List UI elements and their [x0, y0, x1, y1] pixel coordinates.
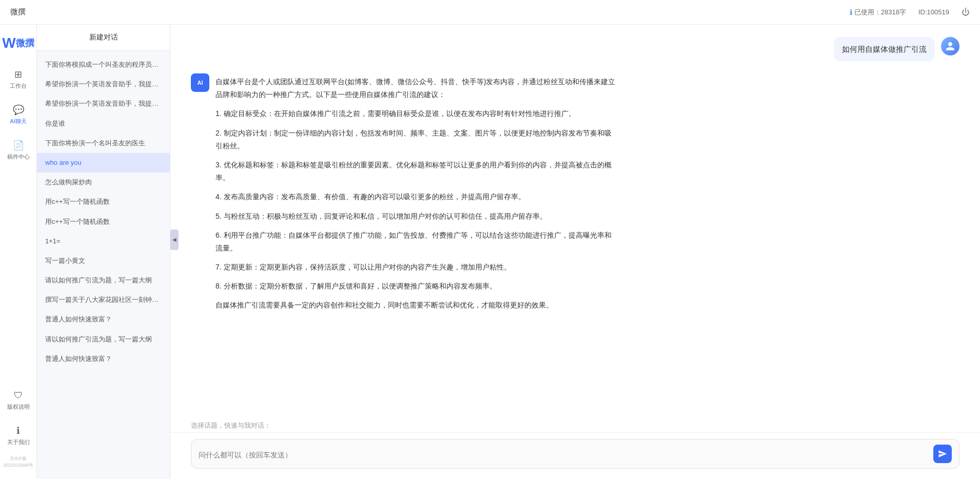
chat-main: 如何用自媒体做推广引流 AI 自媒体平台是个人或团队通过互联网平台(如博客、微博… [170, 25, 980, 479]
topbar-title: 微撰 [10, 7, 26, 17]
logo-text: 微撰 [16, 37, 34, 49]
ai-paragraph: 7. 定期更新：定期更新内容，保持活跃度，可以让用户对你的内容产生兴趣，增加用户… [215, 261, 616, 274]
sidebar-item-ai-chat-label: AI聊天 [10, 118, 26, 125]
quick-topics: 选择话题，快速与我对话： [170, 417, 980, 432]
ai-paragraph: 6. 利用平台推广功能：自媒体平台都提供了推广功能，如广告投放、付费推广等，可以… [215, 229, 616, 255]
chat-list-item[interactable]: 写一篇小黄文 [37, 251, 170, 271]
ai-paragraph: 4. 发布高质量内容：发布高质量、有价值、有趣的内容可以吸引更多的粉丝，并提高用… [215, 190, 616, 203]
new-chat-button[interactable]: 新建对话 [37, 25, 170, 51]
chat-history-panel: 新建对话 下面你将模拟成一个叫圣友的程序员，我说...希望你扮演一个英语发音助手… [37, 25, 170, 479]
chat-input[interactable] [199, 451, 929, 463]
send-icon [938, 449, 947, 458]
chat-list-item[interactable]: 请以如何推广引流为题，写一篇大纲 [37, 271, 170, 290]
chat-list-item[interactable]: who are you [37, 153, 170, 173]
avatar-ai: AI [191, 73, 209, 92]
chat-list-item[interactable]: 希望你扮演一个英语发音助手，我提供给你... [37, 94, 170, 113]
ai-message-bubble: 自媒体平台是个人或团队通过互联网平台(如博客、微博、微信公众号、抖音、快手等)发… [215, 73, 616, 314]
collapse-button[interactable]: ◀ [170, 229, 179, 250]
chat-list-item[interactable]: 用c++写一个随机函数 [37, 192, 170, 212]
sidebar-item-copyright-label: 版权说明 [7, 403, 30, 411]
chat-input-wrapper [191, 439, 959, 469]
quick-topics-label: 选择话题，快速与我对话： [191, 421, 271, 429]
chat-input-area [170, 432, 980, 479]
ai-paragraph: 自媒体推广引流需要具备一定的内容创作和社交能力，同时也需要不断尝试和优化，才能取… [215, 299, 616, 312]
send-button[interactable] [933, 445, 952, 463]
ai-paragraph: 自媒体平台是个人或团队通过互联网平台(如博客、微博、微信公众号、抖音、快手等)发… [215, 75, 616, 101]
chat-list-item[interactable]: 普通人如何快速致富？ [37, 310, 170, 329]
chat-list-item[interactable]: 下面你将模拟成一个叫圣友的程序员，我说... [37, 55, 170, 74]
sidebar-item-copyright[interactable]: 🛡 版权说明 [3, 385, 34, 416]
shield-icon: 🛡 [14, 390, 23, 401]
sidebar-item-about-label: 关于我们 [7, 438, 30, 446]
ai-paragraph: 2. 制定内容计划：制定一份详细的内容计划，包括发布时间、频率、主题、文案、图片… [215, 127, 616, 152]
id-text: ID:100519 [918, 8, 949, 16]
sidebar-bottom: 🛡 版权说明 ℹ 关于我们 京ICP备2022015948号 [0, 385, 36, 469]
ai-paragraph: 8. 分析数据：定期分析数据，了解用户反馈和喜好，以便调整推广策略和内容发布频率… [215, 280, 616, 293]
chat-list-item[interactable]: 希望你扮演一个英语发音助手，我提供给你... [37, 74, 170, 94]
sidebar-left: W 微撰 ⊞ 工作台 💬 AI聊天 📄 稿件中心 🛡 版权说明 ℹ 关于我们 京… [0, 25, 37, 479]
ai-paragraph: 3. 优化标题和标签：标题和标签是吸引粉丝的重要因素。优化标题和标签可以让更多的… [215, 159, 616, 184]
topbar: 微撰 ℹ 已使用：28318字 ID:100519 ⏻ [0, 0, 980, 25]
usage-text: 已使用：28318字 [854, 8, 906, 17]
chat-list-item[interactable]: 撰写一篇关于八大家花园社区一刻钟便民生... [37, 290, 170, 310]
sidebar-item-about[interactable]: ℹ 关于我们 [3, 420, 34, 451]
chat-list-item[interactable]: 普通人如何快速致富？ [37, 349, 170, 369]
info-circle-icon: ℹ [16, 425, 20, 436]
grid-icon: ⊞ [14, 69, 22, 80]
sidebar-item-workbench[interactable]: ⊞ 工作台 [3, 64, 34, 95]
info-icon: ℹ [850, 8, 852, 16]
topbar-right: ℹ 已使用：28318字 ID:100519 ⏻ [850, 8, 970, 17]
sidebar-item-workbench-label: 工作台 [10, 82, 27, 90]
message-row-user: 如何用自媒体做推广引流 [191, 37, 959, 61]
chat-messages: 如何用自媒体做推广引流 AI 自媒体平台是个人或团队通过互联网平台(如博客、微博… [170, 25, 980, 417]
logo-w: W [2, 35, 15, 51]
chat-icon: 💬 [13, 104, 24, 116]
chat-list-item[interactable]: 怎么做狗屎炒肉 [37, 173, 170, 192]
sidebar-item-ai-chat[interactable]: 💬 AI聊天 [3, 99, 34, 130]
ai-paragraph: 5. 与粉丝互动：积极与粉丝互动，回复评论和私信，可以增加用户对你的认可和信任，… [215, 210, 616, 223]
message-row-ai: AI 自媒体平台是个人或团队通过互联网平台(如博客、微博、微信公众号、抖音、快手… [191, 73, 959, 314]
chat-list-item[interactable]: 请以如何推广引流为题，写一篇大纲 [37, 330, 170, 349]
chat-list: 下面你将模拟成一个叫圣友的程序员，我说...希望你扮演一个英语发音助手，我提供给… [37, 51, 170, 479]
power-button[interactable]: ⏻ [962, 8, 970, 17]
chat-list-item[interactable]: 你是谁 [37, 114, 170, 133]
chat-list-item[interactable]: 用c++写一个随机函数 [37, 212, 170, 232]
chat-list-item[interactable]: 1+1= [37, 232, 170, 251]
sidebar-item-mail-label: 稿件中心 [7, 153, 30, 161]
mail-icon: 📄 [13, 140, 24, 151]
usage-info: ℹ 已使用：28318字 [850, 8, 906, 17]
chat-list-item[interactable]: 下面你将扮演一个名叫圣友的医生 [37, 133, 170, 153]
logo-area: W 微撰 [2, 35, 34, 51]
sidebar-item-mail[interactable]: 📄 稿件中心 [3, 135, 34, 166]
avatar-user [941, 37, 959, 55]
user-message-bubble: 如何用自媒体做推广引流 [834, 37, 935, 61]
ai-paragraph: 1. 确定目标受众：在开始自媒体推广引流之前，需要明确目标受众是谁，以便在发布内… [215, 107, 616, 120]
icp-text: 京ICP备2022015948号 [0, 455, 36, 469]
